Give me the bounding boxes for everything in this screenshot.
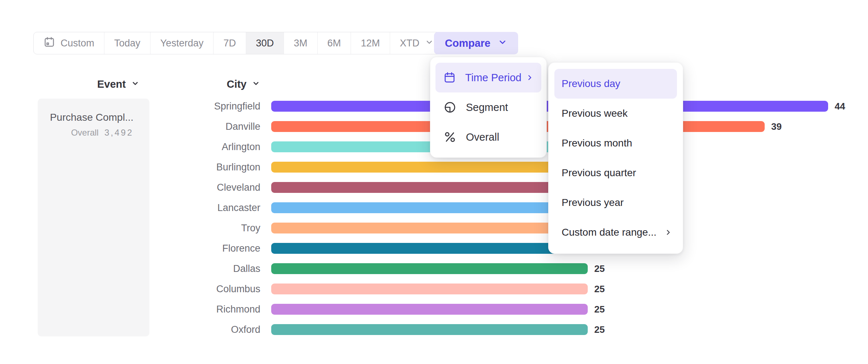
range-button-custom[interactable]: Custom	[34, 32, 104, 54]
chart-row-florence: Florence	[0, 238, 845, 258]
menu-item-label: Segment	[466, 102, 508, 113]
city-label: Florence	[0, 243, 260, 254]
range-button-label: 7D	[223, 38, 236, 49]
range-button-30d[interactable]: 30D	[246, 32, 284, 54]
bar-columbus[interactable]	[271, 284, 588, 294]
chart-row-oxford: Oxford25	[0, 319, 845, 340]
menu-item-label: Previous month	[562, 137, 632, 149]
city-label: Dallas	[0, 263, 260, 274]
event-column-header[interactable]: Event	[38, 78, 140, 90]
segment-icon	[443, 101, 456, 114]
chart-row-danville: Danville39	[0, 116, 845, 137]
compare-button[interactable]: Compare	[434, 32, 518, 54]
insights-report: CustomTodayYesterday7D30D3M6M12MXTD Comp…	[0, 0, 868, 364]
compare-menu-item-time-period[interactable]: Time Period	[435, 63, 541, 92]
compare-menu: Time PeriodSegmentOverall	[430, 57, 547, 158]
bar-richmond[interactable]	[271, 304, 588, 315]
range-button-label: Today	[114, 38, 140, 49]
time-period-item-previous-week[interactable]: Previous week	[549, 99, 683, 128]
range-button-today[interactable]: Today	[104, 32, 150, 54]
chart-row-burlington: Burlington	[0, 157, 845, 177]
menu-item-label: Previous year	[562, 197, 624, 208]
chart-row-richmond: Richmond25	[0, 299, 845, 319]
compare-menu-item-segment[interactable]: Segment	[435, 92, 541, 122]
percent-icon	[443, 131, 456, 144]
range-button-label: 6M	[327, 38, 341, 49]
city-label: Troy	[0, 223, 260, 234]
chevron-right-icon	[664, 228, 673, 237]
bar-oxford[interactable]	[271, 324, 588, 335]
menu-item-label: Custom date range...	[562, 227, 656, 238]
chevron-down-icon	[131, 78, 140, 90]
bar-value: 25	[594, 263, 605, 274]
calendar-icon	[44, 36, 55, 50]
bar-value: 39	[771, 121, 782, 132]
bar-value: 25	[594, 304, 605, 315]
compare-menu-item-overall[interactable]: Overall	[435, 122, 541, 152]
chevron-down-icon	[425, 38, 434, 49]
city-label: Columbus	[0, 284, 260, 295]
compare-button-label: Compare	[445, 37, 491, 49]
chevron-down-icon	[252, 78, 260, 90]
bar-value: 25	[594, 284, 605, 295]
chevron-right-icon	[525, 73, 534, 82]
range-button-label: 3M	[294, 38, 307, 49]
time-period-submenu: Previous dayPrevious weekPrevious monthP…	[548, 62, 683, 254]
city-label: Oxford	[0, 324, 260, 335]
bar-dallas[interactable]	[271, 263, 588, 274]
city-label: Springfield	[0, 101, 260, 112]
range-button-6m[interactable]: 6M	[317, 32, 351, 54]
range-button-3m[interactable]: 3M	[284, 32, 317, 54]
time-period-item-previous-month[interactable]: Previous month	[549, 128, 683, 158]
date-range-toolbar: CustomTodayYesterday7D30D3M6M12MXTD	[33, 32, 444, 54]
city-label: Lancaster	[0, 202, 260, 214]
menu-item-label: Overall	[466, 131, 499, 143]
city-column-header[interactable]: City	[170, 78, 260, 90]
event-header-label: Event	[97, 78, 126, 90]
chart-row-columbus: Columbus25	[0, 279, 845, 299]
menu-item-label: Previous day	[562, 78, 620, 90]
city-bar-chart: Springfield44Danville39ArlingtonBurlingt…	[0, 96, 845, 340]
calendar-icon	[443, 71, 456, 84]
range-button-label: Yesterday	[160, 38, 203, 49]
city-label: Burlington	[0, 162, 260, 173]
range-button-yesterday[interactable]: Yesterday	[150, 32, 213, 54]
menu-item-label: Previous quarter	[562, 167, 636, 179]
city-label: Richmond	[0, 304, 260, 315]
range-button-7d[interactable]: 7D	[213, 32, 246, 54]
menu-item-label: Previous week	[562, 108, 628, 119]
time-period-item-previous-year[interactable]: Previous year	[549, 188, 683, 218]
range-button-label: XTD	[400, 38, 419, 49]
menu-item-label: Time Period	[465, 72, 521, 84]
range-button-12m[interactable]: 12M	[351, 32, 390, 54]
city-label: Arlington	[0, 141, 260, 153]
bar-value: 44	[835, 101, 845, 112]
bar-value: 25	[594, 324, 605, 335]
chart-row-dallas: Dallas25	[0, 258, 845, 279]
time-period-item-previous-day[interactable]: Previous day	[554, 69, 677, 99]
time-period-item-custom-date-range[interactable]: Custom date range...	[549, 218, 683, 247]
city-header-label: City	[227, 78, 247, 90]
chevron-down-icon	[498, 37, 507, 49]
city-label: Cleveland	[0, 182, 260, 193]
city-label: Danville	[0, 121, 260, 132]
range-button-label: 12M	[361, 38, 380, 49]
chart-row-troy: Troy	[0, 218, 845, 238]
chart-row-springfield: Springfield44	[0, 96, 845, 116]
chart-row-lancaster: Lancaster	[0, 198, 845, 218]
range-button-label: Custom	[61, 38, 94, 49]
time-period-item-previous-quarter[interactable]: Previous quarter	[549, 158, 683, 188]
range-button-label: 30D	[256, 38, 274, 49]
chart-row-cleveland: Cleveland	[0, 177, 845, 198]
chart-row-arlington: Arlington	[0, 137, 845, 157]
